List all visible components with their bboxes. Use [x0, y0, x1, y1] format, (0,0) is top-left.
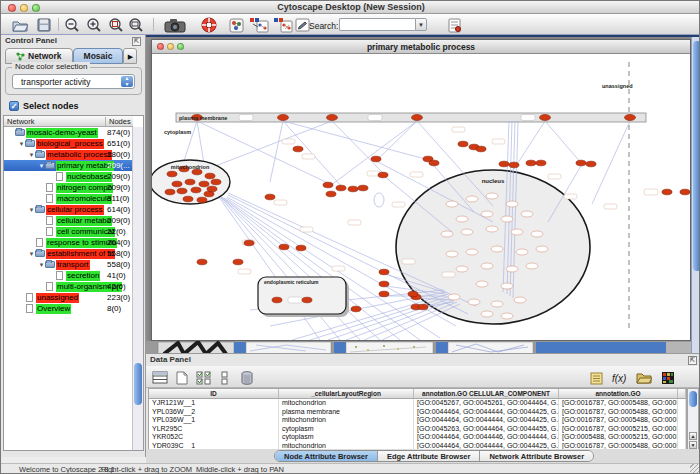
tabs-overflow-arrow[interactable]: ▶	[123, 48, 137, 64]
column-header[interactable]: ID	[149, 389, 279, 398]
tree-row[interactable]: Overview8(0)	[4, 303, 133, 314]
zoom-in-icon[interactable]	[85, 16, 103, 34]
snapshot-camera-icon[interactable]	[163, 16, 187, 34]
table-row[interactable]: YPL036W__1mitochondrion[GO:0044464, GO:0…	[149, 416, 686, 425]
open-folder-icon[interactable]	[11, 16, 29, 34]
create-view-icon[interactable]	[248, 16, 270, 34]
tree-row-node-count: 41(0)	[107, 271, 126, 280]
import-table-icon[interactable]	[445, 16, 463, 34]
vizmapper-icon[interactable]	[227, 16, 245, 34]
toolbar-separator	[58, 18, 59, 31]
tree-row[interactable]: cell communicat22(0)	[4, 226, 133, 237]
search-dropdown-arrow[interactable]: ▼	[415, 18, 427, 31]
tree-column-network[interactable]: Network	[7, 117, 35, 126]
column-header[interactable]: annotation.GO MOLECULAR_FUNCTION	[559, 389, 678, 398]
column-header[interactable]: annotation.GO CELLULAR_COMPONENT	[414, 389, 559, 398]
column-header[interactable]: _cellularLayoutRegion	[279, 389, 414, 398]
network-leaf-icon	[45, 228, 56, 236]
expand-triangle-icon[interactable]: ▼	[18, 141, 25, 147]
table-scrollbar[interactable]: ▲ ▼	[687, 388, 699, 450]
tree-row[interactable]: response to stimulu264(0)	[4, 237, 133, 248]
save-icon[interactable]	[35, 16, 53, 34]
expand-triangle-icon[interactable]: ▼	[38, 163, 45, 169]
tab-edge-attribute-browser[interactable]: Edge Attribute Browser	[378, 451, 480, 462]
table-row[interactable]: YLR295Ccytoplasm[GO:0045263, GO:0044464,…	[149, 425, 686, 434]
scroll-down-arrow[interactable]: ▼	[689, 441, 697, 449]
table-row[interactable]: YKR052Ccytoplasm[GO:0044464, GO:0044446,…	[149, 433, 686, 442]
tree-column-nodes[interactable]: Nodes	[105, 117, 131, 126]
tree-row-label: cellular metabo	[56, 216, 112, 226]
tree-row[interactable]: multi-organism pro42(0)	[4, 281, 133, 292]
tree-scrollbar-thumb[interactable]	[134, 363, 142, 405]
select-nodes-label: Select nodes	[23, 101, 79, 111]
select-attributes-icon[interactable]	[195, 369, 212, 386]
search-label: Search:	[309, 21, 338, 31]
tree-row[interactable]: unassigned223(0)	[4, 292, 133, 303]
attribute-table[interactable]: ID_cellularLayoutRegionannotation.GO CEL…	[148, 388, 687, 450]
select-nodes-checkbox[interactable]: ✓	[9, 101, 19, 111]
tree-row[interactable]: cellular metabo209(0)	[4, 215, 133, 226]
tree-row-label: primary metabo	[56, 161, 114, 171]
float-panel-icon[interactable]: ⇱	[688, 356, 697, 365]
network-canvas[interactable]: plasma membranecytoplasmmitochondrionnuc…	[152, 54, 690, 340]
tree-row[interactable]: ▼metabolic process280(0)	[4, 149, 133, 160]
tree-row[interactable]: ▼biological_process651(0)	[4, 138, 133, 149]
control-panel-title: Control Panel	[5, 36, 57, 45]
table-cell: [GO:0016787, GO:0005215, GO:0003824, G..…	[559, 425, 678, 434]
search-input[interactable]	[339, 18, 415, 31]
table-row[interactable]: YJR121W__1mitochondrion[GO:0045267, GO:0…	[149, 399, 686, 408]
node-color-dropdown-value: transporter activity	[21, 77, 90, 87]
delete-attribute-icon[interactable]	[238, 369, 255, 386]
tree-row-label: nitrogen compo	[56, 183, 113, 193]
table-cell: plasma membrane	[279, 408, 414, 417]
desktop-vertical-scrollbar[interactable]	[691, 37, 700, 355]
destroy-view-icon[interactable]	[272, 16, 294, 34]
tab-node-attribute-browser[interactable]: Node Attribute Browser	[275, 451, 378, 462]
table-cell: YPL036W__2	[149, 408, 279, 417]
tree-scrollbar[interactable]	[132, 127, 143, 450]
self-loop-edge	[374, 193, 384, 207]
function-builder-icon[interactable]: f(x)	[610, 369, 627, 386]
tree-row[interactable]: nitrogen compo209(0)	[4, 182, 133, 193]
notepad-icon[interactable]	[588, 369, 605, 386]
tree-row[interactable]: macromolecule311(0)	[4, 193, 133, 204]
node-color-dropdown[interactable]: transporter activity ▲▼	[12, 74, 135, 89]
float-panel-icon[interactable]: ⇱	[132, 37, 141, 46]
tree-row-label: macromolecule	[56, 194, 112, 204]
window-title: Cytoscape Desktop (New Session)	[1, 2, 700, 12]
network-window-titlebar[interactable]: primary metabolic process	[152, 40, 690, 54]
new-attribute-icon[interactable]	[173, 369, 190, 386]
network-view-window[interactable]: primary metabolic process plasma membran…	[151, 39, 691, 341]
tree-row-node-count: 558(0)	[107, 249, 130, 258]
zoom-fit-icon[interactable]	[127, 16, 145, 34]
expand-triangle-icon[interactable]: ▼	[38, 262, 45, 268]
table-scrollbar-thumb[interactable]	[689, 391, 697, 407]
folder-icon	[25, 140, 36, 148]
tree-row[interactable]: mosaic-demo-yeast874(0)	[4, 127, 133, 138]
zoom-selected-icon[interactable]	[107, 16, 125, 34]
help-lifering-icon[interactable]	[200, 16, 218, 34]
zoom-out-icon[interactable]	[63, 16, 81, 34]
dropdown-stepper-icon: ▲▼	[121, 76, 133, 87]
table-cell: mitochondrion	[279, 416, 414, 425]
tree-row[interactable]: ▼primary metabo209(...	[4, 160, 133, 171]
tree-row[interactable]: nucleobase-209(0)	[4, 171, 133, 182]
unselect-attributes-icon[interactable]	[217, 369, 234, 386]
matrix-icon[interactable]	[659, 369, 676, 386]
tree-row[interactable]: ▼establishment of lo558(0)	[4, 248, 133, 259]
tree-row-node-count: 209(0)	[107, 172, 130, 181]
scroll-up-arrow[interactable]: ▲	[689, 432, 697, 440]
desktop-scrollbar-thumb[interactable]	[693, 41, 700, 271]
tree-row[interactable]: ▼cellular process614(0)	[4, 204, 133, 215]
tree-row[interactable]: secretion41(0)	[4, 270, 133, 281]
table-row[interactable]: YPL036W__2plasma membrane[GO:0044464, GO…	[149, 408, 686, 417]
tree-row[interactable]: ▼transport558(0)	[4, 259, 133, 270]
attribute-table-icon[interactable]	[151, 369, 168, 386]
import-attributes-icon[interactable]	[635, 369, 652, 386]
table-cell: [GO:0044464, GO:0044446, GO:0044444, G..…	[414, 433, 559, 442]
expand-triangle-icon[interactable]: ▼	[28, 207, 35, 213]
tab-network-attribute-browser[interactable]: Network Attribute Browser	[480, 451, 593, 462]
resize-grip[interactable]	[690, 464, 700, 474]
expand-triangle-icon[interactable]: ▼	[28, 251, 35, 257]
expand-triangle-icon[interactable]: ▼	[28, 152, 35, 158]
